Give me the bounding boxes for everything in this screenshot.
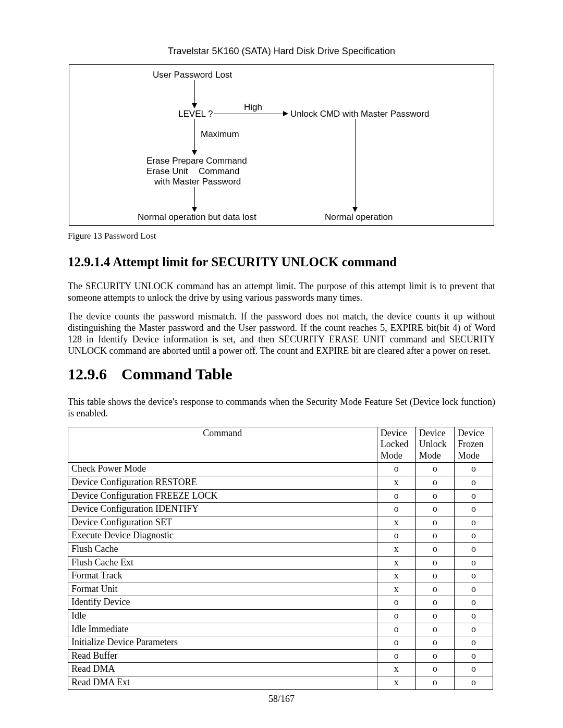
table-row: Execute Device Diagnosticooo bbox=[68, 529, 493, 543]
td-frozen: o bbox=[454, 556, 493, 570]
th-text: Device bbox=[419, 428, 446, 438]
diagram-label-with-master: with Master Password bbox=[154, 177, 241, 187]
td-frozen: o bbox=[454, 623, 493, 636]
td-unlock: o bbox=[415, 676, 454, 689]
td-command: Check Power Mode bbox=[68, 463, 377, 476]
td-frozen: o bbox=[454, 609, 493, 623]
td-command: Format Unit bbox=[68, 583, 377, 596]
td-frozen: o bbox=[454, 463, 493, 476]
th-text: Mode bbox=[381, 450, 402, 461]
td-locked: x bbox=[377, 676, 415, 689]
td-frozen: o bbox=[454, 503, 493, 516]
table-row: Device Configuration IDENTIFYooo bbox=[68, 503, 493, 516]
td-command: Idle bbox=[68, 609, 377, 623]
td-command: Read Buffer bbox=[68, 649, 377, 663]
diagram-label-normal-op: Normal operation bbox=[325, 212, 393, 223]
table-row: Device Configuration FREEZE LOCKooo bbox=[68, 489, 493, 503]
td-command: Format Track bbox=[68, 570, 377, 583]
table-row: Flush Cache Extxoo bbox=[68, 556, 493, 570]
th-text: Frozen bbox=[458, 439, 484, 449]
diagram-label-normal-lost: Normal operation but data lost bbox=[138, 212, 256, 223]
body-paragraph: The device counts the password mismatch.… bbox=[68, 311, 495, 357]
table-row: Read DMAxoo bbox=[68, 663, 493, 676]
td-locked: x bbox=[377, 570, 415, 583]
diagram-arrow-head bbox=[352, 207, 358, 212]
td-locked: x bbox=[377, 556, 415, 570]
td-locked: x bbox=[377, 516, 415, 529]
table-row: Identify Deviceooo bbox=[68, 596, 493, 610]
th-unlock: Device Unlock Mode bbox=[415, 427, 454, 463]
td-unlock: o bbox=[415, 516, 454, 529]
td-frozen: o bbox=[454, 570, 493, 583]
td-command: Identify Device bbox=[68, 596, 377, 610]
td-locked: o bbox=[377, 503, 415, 516]
figure-caption: Figure 13 Password Lost bbox=[68, 231, 495, 241]
td-frozen: o bbox=[454, 516, 493, 529]
td-locked: x bbox=[377, 663, 415, 676]
table-row: Initialize Device Parametersooo bbox=[68, 636, 493, 650]
td-frozen: o bbox=[454, 663, 493, 676]
table-row: Idleooo bbox=[68, 609, 493, 623]
td-locked: o bbox=[377, 649, 415, 663]
th-locked: Device Locked Mode bbox=[377, 427, 415, 463]
td-frozen: o bbox=[454, 596, 493, 610]
table-row: Device Configuration RESTORExoo bbox=[68, 476, 493, 490]
th-command: Command bbox=[68, 427, 377, 463]
td-unlock: o bbox=[415, 663, 454, 676]
diagram-arrow-head bbox=[283, 111, 288, 116]
td-command: Idle Immediate bbox=[68, 623, 377, 636]
section-heading-command-table: 12.9.6Command Table bbox=[68, 365, 495, 383]
td-command: Initialize Device Parameters bbox=[68, 636, 377, 650]
td-unlock: o bbox=[415, 649, 454, 663]
td-locked: x bbox=[377, 583, 415, 596]
page: Travelstar 5K160 (SATA) Hard Disk Drive … bbox=[0, 0, 563, 690]
table-body: Check Power ModeoooDevice Configuration … bbox=[68, 463, 493, 689]
table-row: Format Unitxoo bbox=[68, 583, 493, 596]
table-row: Read DMA Extxoo bbox=[68, 676, 493, 689]
section-number: 12.9.1.4 bbox=[68, 255, 110, 269]
td-command: Flush Cache Ext bbox=[68, 556, 377, 570]
table-header-row: Command Device Locked Mode Device Unlock… bbox=[68, 427, 493, 463]
td-command: Device Configuration FREEZE LOCK bbox=[68, 489, 377, 503]
td-unlock: o bbox=[415, 623, 454, 636]
diagram-arrow bbox=[194, 119, 195, 150]
td-locked: o bbox=[377, 636, 415, 650]
diagram-label-erase-prepare: Erase Prepare Command bbox=[146, 156, 247, 166]
td-frozen: o bbox=[454, 583, 493, 596]
diagram-arrow bbox=[194, 80, 195, 103]
td-frozen: o bbox=[454, 676, 493, 689]
table-row: Idle Immediateooo bbox=[68, 623, 493, 636]
td-frozen: o bbox=[454, 649, 493, 663]
td-command: Flush Cache bbox=[68, 542, 377, 556]
td-locked: o bbox=[377, 609, 415, 623]
td-locked: o bbox=[377, 489, 415, 503]
section-heading-attempt-limit: 12.9.1.4 Attempt limit for SECURITY UNLO… bbox=[68, 255, 495, 269]
diagram-arrow-head bbox=[192, 150, 197, 155]
td-locked: o bbox=[377, 529, 415, 543]
diagram-label-high: High bbox=[244, 102, 262, 113]
th-text: Mode bbox=[419, 450, 441, 461]
td-unlock: o bbox=[415, 596, 454, 610]
section-title: Command Table bbox=[121, 365, 232, 382]
th-text: Device bbox=[458, 428, 484, 438]
diagram-arrow bbox=[214, 114, 283, 114]
td-command: Device Configuration IDENTIFY bbox=[68, 503, 377, 516]
table-row: Device Configuration SETxoo bbox=[68, 516, 493, 529]
td-unlock: o bbox=[415, 476, 454, 490]
th-text: Device bbox=[381, 428, 407, 438]
th-text: Mode bbox=[458, 450, 480, 461]
section-number: 12.9.6 bbox=[68, 365, 107, 382]
td-command: Device Configuration RESTORE bbox=[68, 476, 377, 490]
doc-header-title: Travelstar 5K160 (SATA) Hard Disk Drive … bbox=[68, 46, 495, 57]
diagram-label-erase-unit-1: Erase Unit bbox=[146, 166, 188, 177]
td-unlock: o bbox=[415, 542, 454, 556]
td-locked: o bbox=[377, 623, 415, 636]
td-unlock: o bbox=[415, 570, 454, 583]
td-locked: x bbox=[377, 476, 415, 490]
td-unlock: o bbox=[415, 503, 454, 516]
td-command: Execute Device Diagnostic bbox=[68, 529, 377, 543]
diagram-label-erase-unit-2: Command bbox=[199, 166, 239, 177]
page-number: 58/167 bbox=[0, 694, 563, 705]
td-command: Read DMA bbox=[68, 663, 377, 676]
section-title: Attempt limit for SECURITY UNLOCK comman… bbox=[113, 255, 397, 269]
